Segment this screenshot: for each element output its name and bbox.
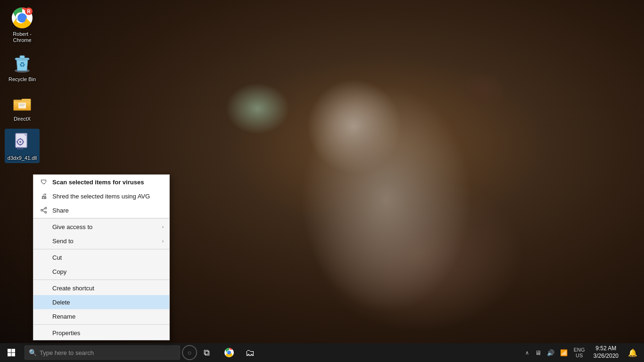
chrome-icon-label: Robert - Chrome [7,31,38,43]
svg-rect-17 [20,144,21,146]
taskbar-file-explorer-button[interactable]: 🗂 [240,343,259,362]
desktop: R Robert - Chrome ♻ Recycle Bin [0,0,644,362]
shred-avg-label: Shred the selected items using AVG [52,193,164,200]
context-menu-item-properties[interactable]: Properties [33,326,169,340]
create-shortcut-icon [39,283,49,293]
context-menu-item-cut[interactable]: Cut [33,250,169,264]
clock-time: 9:52 AM [595,345,616,353]
svg-point-15 [19,141,21,143]
scan-viruses-label: Scan selected items for viruses [52,179,164,186]
svg-rect-13 [25,133,27,135]
svg-rect-29 [12,353,16,357]
create-shortcut-label: Create shortcut [52,285,164,292]
directx-folder-icon [11,91,33,114]
system-tray: ∧ 🖥 🔊 📶 ENG US 9:52 AM 3/26/2020 🔔 [520,343,644,362]
desktop-icons: R Robert - Chrome ♻ Recycle Bin [5,5,40,163]
menu-separator-1 [33,218,169,219]
rename-icon [39,312,49,321]
clock[interactable]: 9:52 AM 3/26/2020 [590,344,622,361]
share-icon [39,206,49,215]
svg-rect-7 [20,56,25,58]
svg-point-23 [45,212,47,214]
svg-point-2 [19,15,25,21]
svg-point-22 [41,209,43,211]
context-menu-item-give-access[interactable]: Give access to › [33,220,169,234]
svg-rect-27 [12,349,16,353]
svg-rect-19 [23,141,24,142]
cut-label: Cut [52,254,164,261]
svg-point-21 [45,207,47,209]
desktop-icon-chrome[interactable]: R Robert - Chrome [5,5,40,45]
taskbar-chrome-button[interactable] [220,343,239,362]
scan-viruses-icon: 🛡 [39,177,49,187]
desktop-icon-d3dx9[interactable]: DLL d3dx9_41.dll [5,129,40,163]
network-icon[interactable]: 🖥 [534,348,543,357]
rename-label: Rename [52,313,164,320]
start-button[interactable] [0,343,23,362]
give-access-label: Give access to [52,223,162,230]
recycle-bin-label: Recycle Bin [8,76,36,82]
copy-icon [39,267,49,276]
svg-line-25 [42,211,45,212]
svg-rect-18 [17,141,18,142]
properties-icon [39,328,49,337]
language-region[interactable]: ENG US [572,347,587,358]
volume-icon[interactable]: 🔊 [545,348,556,357]
search-input[interactable] [40,349,176,356]
task-view-button[interactable]: ⧉ [197,343,216,362]
svg-point-31 [227,351,231,354]
wifi-icon[interactable]: 📶 [559,348,569,357]
context-menu-item-delete[interactable]: Delete [33,295,169,309]
desktop-icon-directx[interactable]: DirectX [5,90,40,124]
give-access-icon [39,222,49,231]
svg-rect-28 [8,353,11,357]
delete-icon [39,297,49,307]
svg-rect-16 [20,138,21,140]
give-access-arrow: › [162,224,164,230]
context-menu-item-shred-avg[interactable]: 🖨 Shred the selected items using AVG [33,189,169,203]
d3dx9-label: d3dx9_41.dll [8,155,37,161]
region-label: US [576,353,583,358]
shred-avg-icon: 🖨 [39,191,49,201]
d3dx9-dll-icon: DLL [11,131,33,153]
tray-expand-button[interactable]: ∧ [523,349,531,357]
properties-label: Properties [52,329,164,337]
context-menu-item-copy[interactable]: Copy [33,264,169,279]
svg-line-24 [42,208,45,210]
svg-text:DLL: DLL [17,147,24,150]
context-menu-item-scan-viruses[interactable]: 🛡 Scan selected items for viruses [33,175,169,189]
recycle-bin-icon: ♻ [11,52,33,74]
search-icon: 🔍 [29,349,37,356]
context-menu: 🛡 Scan selected items for viruses 🖨 Shre… [33,174,170,340]
directx-label: DirectX [14,116,31,122]
send-to-icon [39,236,49,246]
send-to-label: Send to [52,238,162,245]
task-view-icon: ⧉ [204,348,210,358]
taskbar: 🔍 ○ ⧉ 🗂 [0,343,644,362]
svg-rect-26 [8,349,11,353]
notification-icon: 🔔 [628,348,637,357]
file-explorer-icon: 🗂 [245,347,255,358]
cortana-icon: ○ [188,349,191,356]
notification-button[interactable]: 🔔 [625,343,640,362]
clock-date: 3/26/2020 [594,353,619,360]
desktop-icon-recycle-bin[interactable]: ♻ Recycle Bin [5,50,40,84]
context-menu-item-rename[interactable]: Rename [33,309,169,323]
chrome-icon: R [11,7,33,29]
language-label: ENG [574,347,585,353]
taskbar-search[interactable]: 🔍 [25,346,180,360]
svg-text:♻: ♻ [19,61,25,68]
svg-text:R: R [27,9,31,14]
menu-separator-4 [33,324,169,325]
copy-label: Copy [52,268,164,275]
context-menu-item-send-to[interactable]: Send to › [33,234,169,248]
context-menu-item-share[interactable]: Share [33,203,169,217]
context-menu-item-create-shortcut[interactable]: Create shortcut [33,281,169,295]
send-to-arrow: › [162,239,164,244]
taskbar-app-buttons: 🗂 [220,343,259,362]
share-label: Share [52,207,164,214]
cut-icon [39,253,49,262]
cortana-button[interactable]: ○ [182,345,197,360]
delete-label: Delete [52,299,164,306]
menu-separator-2 [33,249,169,249]
